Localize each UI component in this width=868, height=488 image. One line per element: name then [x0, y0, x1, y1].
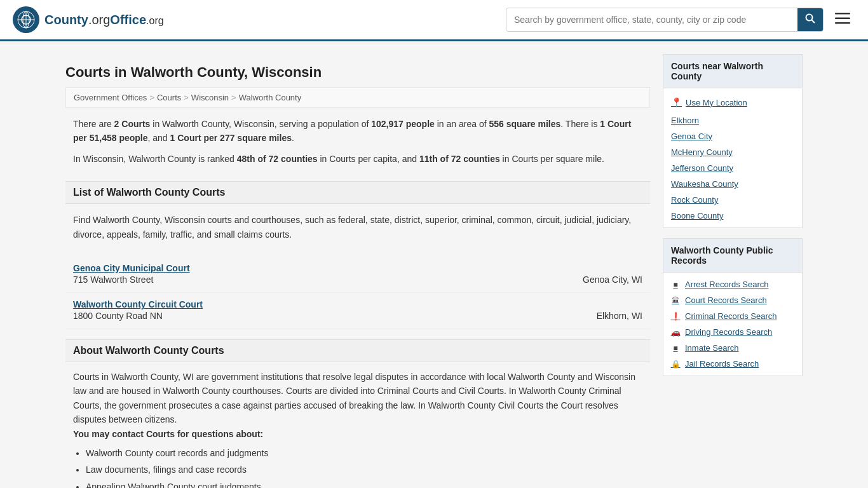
contact-item-2: Law documents, filings and case records — [86, 463, 642, 477]
svg-rect-7 — [835, 13, 850, 15]
logo-tld: .org — [88, 13, 110, 27]
list-section-header: List of Walworth County Courts — [65, 181, 650, 204]
logo-org: .org — [146, 15, 164, 26]
sidebar-nearby-section: Courts near Walworth County 📍 Use My Loc… — [663, 54, 803, 228]
area: 556 square miles — [489, 119, 560, 129]
intro-block: There are 2 Courts in Walworth County, W… — [65, 108, 650, 181]
about-description: Courts in Walworth County, WI are govern… — [73, 370, 642, 427]
search-bar — [506, 8, 824, 32]
page-title: Courts in Walworth County, Wisconsin — [65, 54, 650, 87]
court-city-2: Elkhorn, WI — [597, 311, 642, 321]
inmate-icon: ■ — [671, 344, 680, 353]
menu-button[interactable] — [830, 9, 855, 30]
nearby-genoa-city[interactable]: Genoa City — [663, 128, 802, 144]
use-location-link[interactable]: 📍 Use My Location — [663, 92, 802, 112]
logo-icon — [13, 6, 39, 33]
sidebar-records-section: Walworth County Public Records ■ Arrest … — [663, 238, 803, 376]
site-header: County.orgOffice.org — [0, 0, 868, 41]
use-location-label: Use My Location — [686, 98, 747, 107]
about-block: Courts in Walworth County, WI are govern… — [65, 362, 650, 488]
list-description-block: Find Walworth County, Wisconsin courts a… — [65, 204, 650, 257]
logo-area: County.orgOffice.org — [13, 6, 164, 33]
svg-line-6 — [812, 20, 815, 24]
court-name-2: Walworth County Circuit Court — [73, 299, 642, 309]
nearby-jefferson-county[interactable]: Jefferson County — [663, 160, 802, 176]
contact-item-1: Walworth County court records and judgme… — [86, 446, 642, 460]
court-address-1: 715 Walworth Street — [73, 274, 153, 285]
per-mile: 1 Court per 277 square miles — [170, 133, 292, 143]
intro-para-2: In Wisconsin, Walworth County is ranked … — [73, 152, 642, 166]
record-driving[interactable]: 🚗 Driving Records Search — [663, 324, 802, 340]
jail-icon: 🔒 — [671, 360, 680, 369]
record-court[interactable]: 🏛 Court Records Search — [663, 292, 802, 308]
criminal-icon: ❗ — [671, 312, 680, 321]
about-contact-list: Walworth County court records and judgme… — [86, 446, 642, 488]
header-right — [506, 8, 855, 32]
list-description: Find Walworth County, Wisconsin courts a… — [73, 213, 642, 241]
search-input[interactable] — [506, 10, 797, 30]
rank1: 48th of 72 counties — [237, 154, 318, 164]
nearby-mchenry-county[interactable]: McHenry County — [663, 144, 802, 160]
nearby-waukesha-county[interactable]: Waukesha County — [663, 176, 802, 192]
breadcrumb-current: Walworth County — [239, 93, 302, 102]
sidebar-nearby-links: 📍 Use My Location Elkhorn Genoa City McH… — [663, 88, 802, 227]
breadcrumb: Government Offices > Courts > Wisconsin … — [65, 87, 650, 108]
record-arrest[interactable]: ■ Arrest Records Search — [663, 276, 802, 292]
sidebar-records-header: Walworth County Public Records — [663, 239, 802, 273]
svg-point-5 — [806, 15, 813, 21]
court-item-1: Genoa City Municipal Court 715 Walworth … — [65, 257, 650, 293]
court-address-2: 1800 County Road NN — [73, 311, 163, 321]
record-jail[interactable]: 🔒 Jail Records Search — [663, 356, 802, 372]
court-name-1: Genoa City Municipal Court — [73, 263, 642, 273]
breadcrumb-government-offices[interactable]: Government Offices — [74, 93, 147, 102]
arrest-icon: ■ — [671, 280, 680, 289]
breadcrumb-wisconsin[interactable]: Wisconsin — [191, 93, 229, 102]
rank2: 11th of 72 counties — [419, 154, 500, 164]
logo-text: County.orgOffice.org — [44, 13, 164, 27]
sidebar: Courts near Walworth County 📍 Use My Loc… — [663, 54, 803, 488]
content-area: Courts in Walworth County, Wisconsin Gov… — [65, 54, 650, 488]
record-criminal[interactable]: ❗ Criminal Records Search — [663, 308, 802, 324]
sidebar-records-links: ■ Arrest Records Search 🏛 Court Records … — [663, 273, 802, 376]
contact-item-3: Appealing Walworth County court judgment… — [86, 480, 642, 488]
breadcrumb-courts[interactable]: Courts — [157, 93, 181, 102]
search-button[interactable] — [797, 8, 823, 31]
court-address-row-2: 1800 County Road NN Elkhorn, WI — [73, 309, 642, 322]
intro-para-1: There are 2 Courts in Walworth County, W… — [73, 117, 642, 146]
location-pin-icon: 📍 — [671, 97, 682, 107]
court-link-2[interactable]: Walworth County Circuit Court — [73, 299, 203, 309]
main-container: Courts in Walworth County, Wisconsin Gov… — [53, 41, 815, 488]
court-address-row-1: 715 Walworth Street Genoa City, WI — [73, 273, 642, 286]
courts-count: 2 Courts — [114, 119, 151, 129]
about-section-header: About Walworth County Courts — [65, 339, 650, 362]
court-link-1[interactable]: Genoa City Municipal Court — [73, 263, 190, 273]
court-city-1: Genoa City, WI — [583, 274, 642, 285]
driving-icon: 🚗 — [671, 328, 680, 337]
svg-rect-8 — [835, 18, 850, 20]
about-contact-header: You may contact Courts for questions abo… — [73, 427, 642, 441]
svg-rect-9 — [835, 22, 850, 24]
population: 102,917 people — [371, 119, 435, 129]
record-inmate[interactable]: ■ Inmate Search — [663, 340, 802, 356]
nearby-boone-county[interactable]: Boone County — [663, 208, 802, 224]
nearby-rock-county[interactable]: Rock County — [663, 192, 802, 208]
sidebar-nearby-header: Courts near Walworth County — [663, 55, 802, 88]
court-icon: 🏛 — [671, 296, 680, 305]
court-item-2: Walworth County Circuit Court 1800 Count… — [65, 293, 650, 329]
nearby-elkhorn[interactable]: Elkhorn — [663, 112, 802, 128]
